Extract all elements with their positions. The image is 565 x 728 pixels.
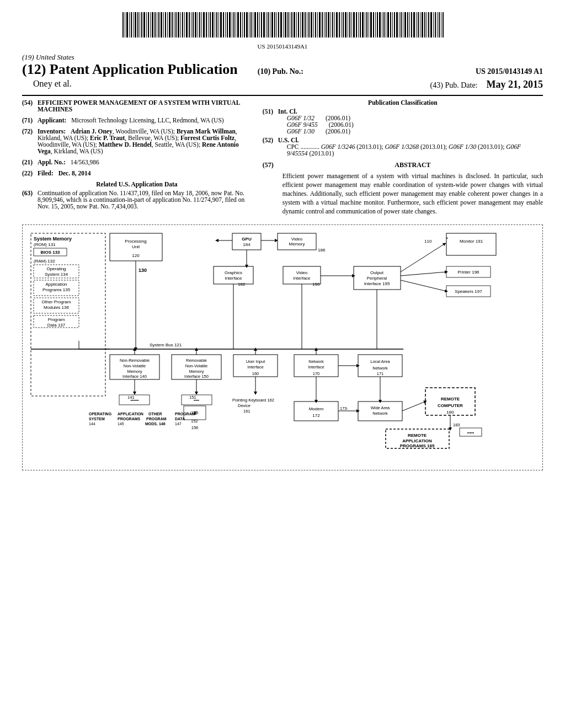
svg-text:REMOTE: REMOTE	[408, 433, 427, 438]
applicant-label: Applicant:	[38, 117, 66, 124]
section-num-applicant: (71)	[22, 117, 38, 124]
svg-rect-144	[427, 12, 427, 38]
svg-rect-145	[428, 12, 429, 38]
section-num-inventors: (72)	[22, 128, 38, 154]
svg-text:172: 172	[312, 413, 320, 418]
us-cl-text: CPC ............ G06F 1/3246 (2013.01); …	[287, 143, 543, 157]
svg-text:Device: Device	[238, 403, 250, 408]
svg-text:Data 137: Data 137	[47, 323, 66, 328]
svg-rect-124	[383, 12, 385, 38]
svg-text:190: 190	[312, 282, 320, 287]
svg-rect-67	[263, 12, 265, 38]
svg-text:Printer 196: Printer 196	[457, 270, 479, 275]
svg-text:OTHER: OTHER	[148, 412, 162, 416]
int-cl-date-2: (2006.01)	[329, 121, 354, 128]
svg-rect-187	[446, 233, 496, 255]
svg-rect-93	[317, 12, 318, 38]
svg-text:▪▪▪▪: ▪▪▪▪	[194, 398, 199, 402]
svg-rect-72	[274, 12, 275, 38]
svg-rect-126	[387, 12, 389, 38]
svg-line-204	[401, 244, 445, 272]
svg-rect-130	[396, 12, 398, 38]
svg-rect-32	[189, 12, 190, 38]
svg-rect-44	[215, 12, 215, 38]
svg-rect-79	[287, 12, 289, 38]
svg-text:173-: 173-	[340, 406, 349, 411]
svg-rect-135	[407, 12, 408, 38]
svg-text:Processing: Processing	[125, 239, 147, 244]
filed-label: Filed:	[38, 170, 54, 176]
appl-no-value: 14/563,986	[71, 159, 99, 165]
svg-text:Removable: Removable	[186, 358, 207, 363]
svg-text:183: 183	[453, 422, 460, 427]
svg-text:PROGRAM: PROGRAM	[175, 412, 195, 416]
svg-rect-69	[268, 12, 269, 38]
svg-text:Memory: Memory	[289, 242, 305, 247]
svg-rect-59	[246, 12, 248, 38]
svg-rect-41	[208, 12, 209, 38]
svg-rect-10	[141, 12, 142, 38]
svg-text:Interface: Interface	[308, 365, 324, 370]
svg-rect-95	[322, 12, 323, 38]
svg-rect-15	[152, 12, 153, 38]
us-cl-num: (52)	[263, 137, 278, 157]
svg-text:182: 182	[238, 282, 246, 287]
svg-text:130: 130	[138, 267, 147, 273]
svg-rect-17	[157, 12, 157, 38]
svg-rect-125	[386, 12, 386, 38]
abstract-num: (57)	[263, 161, 278, 216]
us-cl-label: U.S. Cl.	[278, 137, 299, 143]
svg-rect-118	[370, 12, 372, 38]
section-related: (63) Continuation of application No. 11/…	[22, 190, 252, 210]
pub-no-value: US 2015/0143149 A1	[476, 67, 543, 76]
svg-rect-18	[158, 12, 159, 38]
svg-text:Pointing  Keyboard 162: Pointing Keyboard 162	[232, 398, 274, 403]
svg-rect-178	[232, 233, 261, 250]
int-cl-content: Int. Cl. G06F 1/32 (2006.01) G06F 9/455 …	[278, 108, 543, 135]
pub-number-display: US 20150143149A1	[22, 43, 543, 50]
svg-rect-106	[345, 12, 347, 38]
svg-rect-70	[270, 12, 270, 38]
section-title-entry: (54) EFFICIENT POWER MANAGEMENT OF A SYS…	[22, 99, 252, 113]
svg-rect-23	[169, 12, 170, 38]
svg-line-207	[401, 272, 446, 276]
header-divider	[22, 95, 543, 96]
svg-rect-80	[290, 12, 290, 38]
pub-class-title: Publication Classification	[263, 99, 543, 106]
svg-text:Unit: Unit	[132, 244, 140, 249]
svg-text:System 134: System 134	[45, 272, 68, 277]
svg-text:Interface: Interface	[225, 276, 242, 281]
svg-text:Interface 150: Interface 150	[184, 374, 209, 379]
svg-rect-123	[382, 12, 382, 38]
svg-rect-121	[377, 12, 378, 38]
svg-rect-119	[373, 12, 374, 38]
svg-rect-137	[411, 12, 412, 38]
svg-rect-43	[212, 12, 214, 38]
svg-text:184: 184	[243, 242, 250, 247]
inventors-short: Oney et al.	[33, 79, 72, 89]
svg-rect-112	[358, 12, 359, 38]
svg-text:Non-Volatile: Non-Volatile	[124, 363, 146, 368]
svg-rect-102	[336, 12, 338, 38]
us-cl-row: (52) U.S. Cl. CPC ............ G06F 1/32…	[263, 137, 543, 157]
section-inventors: (72) Inventors: Adrian J. Oney, Woodinvi…	[22, 128, 252, 154]
svg-text:Operating: Operating	[46, 266, 66, 271]
section-appl-no: (21) Appl. No.: 14/563,986	[22, 159, 252, 165]
main-content: (54) EFFICIENT POWER MANAGEMENT OF A SYS…	[22, 99, 543, 216]
abstract-section: (57) ABSTRACT Efficient power management…	[263, 161, 543, 216]
related-title: Related U.S. Application Data	[22, 181, 252, 188]
int-cl-entries: G06F 1/32 (2006.01) G06F 9/455 (2006.01)…	[278, 115, 543, 135]
svg-text:Network: Network	[372, 411, 388, 416]
svg-rect-7	[135, 12, 136, 38]
int-cl-code-2: G06F 9/455	[287, 121, 318, 128]
svg-rect-14	[150, 12, 151, 38]
svg-rect-117	[369, 12, 369, 38]
left-column: (54) EFFICIENT POWER MANAGEMENT OF A SYS…	[22, 99, 252, 216]
svg-text:Interface: Interface	[247, 365, 263, 370]
svg-text:Modem: Modem	[309, 406, 324, 411]
svg-rect-3	[126, 12, 128, 38]
svg-line-210	[401, 280, 446, 291]
svg-rect-55	[237, 12, 239, 38]
svg-rect-8	[137, 12, 138, 38]
svg-text:▪: ▪	[446, 235, 448, 240]
